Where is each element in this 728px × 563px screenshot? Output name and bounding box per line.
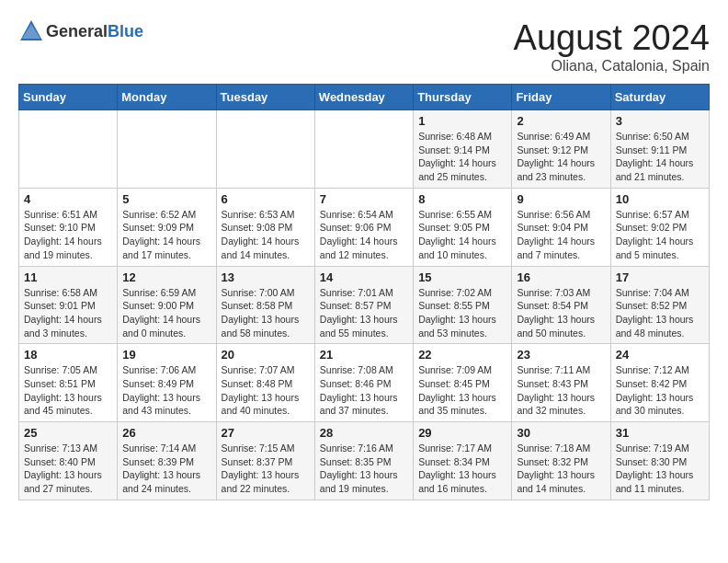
weekday-header-tuesday: Tuesday — [216, 85, 314, 110]
calendar-week-row: 11Sunrise: 6:58 AM Sunset: 9:01 PM Dayli… — [19, 266, 710, 344]
day-number: 25 — [24, 426, 112, 440]
calendar-cell: 28Sunrise: 7:16 AM Sunset: 8:35 PM Dayli… — [314, 422, 413, 500]
calendar-table: SundayMondayTuesdayWednesdayThursdayFrid… — [18, 84, 710, 500]
day-number: 7 — [320, 192, 408, 206]
day-info: Sunrise: 7:03 AM Sunset: 8:54 PM Dayligh… — [517, 286, 605, 340]
calendar-cell: 15Sunrise: 7:02 AM Sunset: 8:55 PM Dayli… — [414, 266, 512, 344]
day-info: Sunrise: 7:04 AM Sunset: 8:52 PM Dayligh… — [616, 286, 704, 340]
calendar-cell: 6Sunrise: 6:53 AM Sunset: 9:08 PM Daylig… — [216, 188, 314, 266]
day-number: 18 — [24, 348, 112, 362]
calendar-cell: 1Sunrise: 6:48 AM Sunset: 9:14 PM Daylig… — [414, 110, 512, 189]
day-info: Sunrise: 6:48 AM Sunset: 9:14 PM Dayligh… — [418, 130, 506, 184]
calendar-cell: 13Sunrise: 7:00 AM Sunset: 8:58 PM Dayli… — [216, 266, 314, 344]
day-number: 20 — [222, 348, 310, 362]
calendar-cell: 7Sunrise: 6:54 AM Sunset: 9:06 PM Daylig… — [314, 188, 413, 266]
calendar-cell: 14Sunrise: 7:01 AM Sunset: 8:57 PM Dayli… — [314, 266, 413, 344]
day-number: 1 — [418, 114, 506, 128]
logo-icon — [18, 18, 44, 44]
day-number: 16 — [517, 270, 605, 284]
day-number: 31 — [616, 426, 704, 440]
weekday-header-saturday: Saturday — [610, 85, 709, 110]
day-number: 2 — [517, 114, 605, 128]
calendar-cell — [216, 110, 314, 189]
calendar-cell: 18Sunrise: 7:05 AM Sunset: 8:51 PM Dayli… — [19, 344, 118, 422]
logo-general: General — [46, 22, 108, 40]
day-number: 15 — [418, 270, 506, 284]
day-info: Sunrise: 6:53 AM Sunset: 9:08 PM Dayligh… — [222, 208, 310, 262]
title-area: August 2024 Oliana, Catalonia, Spain — [514, 18, 710, 75]
svg-marker-1 — [22, 24, 40, 39]
day-info: Sunrise: 7:13 AM Sunset: 8:40 PM Dayligh… — [24, 442, 112, 496]
weekday-header-sunday: Sunday — [19, 85, 118, 110]
day-number: 4 — [24, 192, 112, 206]
logo-blue: Blue — [108, 22, 143, 40]
calendar-cell — [314, 110, 413, 189]
day-info: Sunrise: 6:57 AM Sunset: 9:02 PM Dayligh… — [616, 208, 704, 262]
calendar-week-row: 1Sunrise: 6:48 AM Sunset: 9:14 PM Daylig… — [19, 110, 710, 189]
day-info: Sunrise: 7:18 AM Sunset: 8:32 PM Dayligh… — [517, 442, 605, 496]
day-number: 27 — [222, 426, 310, 440]
day-info: Sunrise: 7:16 AM Sunset: 8:35 PM Dayligh… — [320, 442, 408, 496]
day-info: Sunrise: 7:07 AM Sunset: 8:48 PM Dayligh… — [222, 363, 310, 418]
day-number: 3 — [616, 114, 704, 128]
location-title: Oliana, Catalonia, Spain — [514, 58, 710, 75]
calendar-cell: 21Sunrise: 7:08 AM Sunset: 8:46 PM Dayli… — [314, 344, 413, 422]
calendar-cell: 26Sunrise: 7:14 AM Sunset: 8:39 PM Dayli… — [118, 422, 216, 500]
day-number: 22 — [418, 348, 506, 362]
day-number: 9 — [517, 192, 605, 206]
day-number: 23 — [517, 348, 605, 362]
day-info: Sunrise: 7:08 AM Sunset: 8:46 PM Dayligh… — [320, 363, 408, 418]
logo: GeneralBlue — [18, 18, 143, 44]
calendar-week-row: 4Sunrise: 6:51 AM Sunset: 9:10 PM Daylig… — [19, 188, 710, 266]
day-number: 29 — [418, 426, 506, 440]
weekday-header-thursday: Thursday — [414, 85, 512, 110]
calendar-cell: 20Sunrise: 7:07 AM Sunset: 8:48 PM Dayli… — [216, 344, 314, 422]
day-number: 14 — [320, 270, 408, 284]
day-info: Sunrise: 6:59 AM Sunset: 9:00 PM Dayligh… — [122, 286, 210, 340]
calendar-cell: 3Sunrise: 6:50 AM Sunset: 9:11 PM Daylig… — [610, 110, 709, 189]
month-title: August 2024 — [514, 18, 710, 58]
day-number: 8 — [418, 192, 506, 206]
logo-text: GeneralBlue — [46, 22, 143, 41]
calendar-cell: 24Sunrise: 7:12 AM Sunset: 8:42 PM Dayli… — [610, 344, 709, 422]
day-number: 24 — [616, 348, 704, 362]
day-number: 21 — [320, 348, 408, 362]
day-info: Sunrise: 6:56 AM Sunset: 9:04 PM Dayligh… — [517, 208, 605, 262]
day-number: 26 — [122, 426, 210, 440]
calendar-cell: 22Sunrise: 7:09 AM Sunset: 8:45 PM Dayli… — [414, 344, 512, 422]
day-info: Sunrise: 7:12 AM Sunset: 8:42 PM Dayligh… — [616, 363, 704, 418]
day-info: Sunrise: 7:05 AM Sunset: 8:51 PM Dayligh… — [24, 363, 112, 418]
weekday-header-friday: Friday — [512, 85, 610, 110]
calendar-cell: 31Sunrise: 7:19 AM Sunset: 8:30 PM Dayli… — [610, 422, 709, 500]
day-info: Sunrise: 7:02 AM Sunset: 8:55 PM Dayligh… — [418, 286, 506, 340]
calendar-cell: 16Sunrise: 7:03 AM Sunset: 8:54 PM Dayli… — [512, 266, 610, 344]
day-number: 10 — [616, 192, 704, 206]
day-number: 28 — [320, 426, 408, 440]
day-number: 19 — [122, 348, 210, 362]
day-info: Sunrise: 6:52 AM Sunset: 9:09 PM Dayligh… — [122, 208, 210, 262]
calendar-cell: 27Sunrise: 7:15 AM Sunset: 8:37 PM Dayli… — [216, 422, 314, 500]
calendar-cell: 10Sunrise: 6:57 AM Sunset: 9:02 PM Dayli… — [610, 188, 709, 266]
calendar-cell: 12Sunrise: 6:59 AM Sunset: 9:00 PM Dayli… — [118, 266, 216, 344]
day-info: Sunrise: 7:11 AM Sunset: 8:43 PM Dayligh… — [517, 363, 605, 418]
calendar-cell: 2Sunrise: 6:49 AM Sunset: 9:12 PM Daylig… — [512, 110, 610, 189]
day-number: 13 — [222, 270, 310, 284]
calendar-cell: 23Sunrise: 7:11 AM Sunset: 8:43 PM Dayli… — [512, 344, 610, 422]
calendar-cell: 19Sunrise: 7:06 AM Sunset: 8:49 PM Dayli… — [118, 344, 216, 422]
day-info: Sunrise: 7:15 AM Sunset: 8:37 PM Dayligh… — [222, 442, 310, 496]
day-info: Sunrise: 7:09 AM Sunset: 8:45 PM Dayligh… — [418, 363, 506, 418]
calendar-cell: 29Sunrise: 7:17 AM Sunset: 8:34 PM Dayli… — [414, 422, 512, 500]
calendar-cell: 8Sunrise: 6:55 AM Sunset: 9:05 PM Daylig… — [414, 188, 512, 266]
calendar-cell: 4Sunrise: 6:51 AM Sunset: 9:10 PM Daylig… — [19, 188, 118, 266]
calendar-week-row: 18Sunrise: 7:05 AM Sunset: 8:51 PM Dayli… — [19, 344, 710, 422]
calendar-cell: 9Sunrise: 6:56 AM Sunset: 9:04 PM Daylig… — [512, 188, 610, 266]
calendar-cell: 5Sunrise: 6:52 AM Sunset: 9:09 PM Daylig… — [118, 188, 216, 266]
day-info: Sunrise: 6:50 AM Sunset: 9:11 PM Dayligh… — [616, 130, 704, 184]
day-info: Sunrise: 6:54 AM Sunset: 9:06 PM Dayligh… — [320, 208, 408, 262]
page-header: GeneralBlue August 2024 Oliana, Cataloni… — [18, 18, 710, 75]
day-info: Sunrise: 6:55 AM Sunset: 9:05 PM Dayligh… — [418, 208, 506, 262]
day-info: Sunrise: 6:49 AM Sunset: 9:12 PM Dayligh… — [517, 130, 605, 184]
weekday-header-row: SundayMondayTuesdayWednesdayThursdayFrid… — [19, 85, 710, 110]
day-info: Sunrise: 7:06 AM Sunset: 8:49 PM Dayligh… — [122, 363, 210, 418]
day-info: Sunrise: 6:51 AM Sunset: 9:10 PM Dayligh… — [24, 208, 112, 262]
